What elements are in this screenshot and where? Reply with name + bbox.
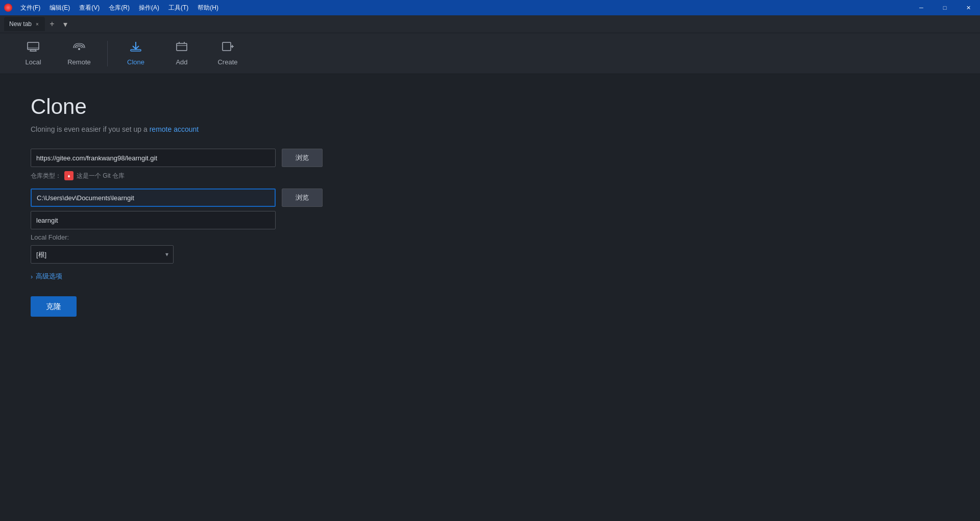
new-tab-button[interactable]: + [45,17,59,31]
svg-rect-6 [177,43,187,51]
remote-account-link[interactable]: remote account [150,125,199,133]
main-content: Clone Cloning is even easier if you set … [0,74,980,337]
toolbar-local[interactable]: Local [10,36,56,72]
path-input[interactable] [31,188,276,207]
page-subtitle: Cloning is even easier if you set up a r… [31,125,949,133]
titlebar-left: 文件(F) 编辑(E) 查看(V) 仓库(R) 操作(A) 工具(T) 帮助(H… [4,2,223,14]
toolbar-remote-label: Remote [67,58,91,66]
menu-file[interactable]: 文件(F) [16,2,44,14]
local-folder-select[interactable]: [根] [31,245,174,264]
toolbar-add-label: Add [176,58,187,66]
minimize-button[interactable]: ─ [910,0,933,15]
menu-help[interactable]: 帮助(H) [193,2,223,14]
svg-rect-0 [28,42,39,50]
close-button[interactable]: ✕ [957,0,980,15]
toolbar-create[interactable]: Create [205,36,251,72]
remote-icon [72,41,86,55]
add-icon [175,41,188,55]
tab-close-button[interactable]: × [35,20,40,28]
menu-tools[interactable]: 工具(T) [164,2,192,14]
browse-url-button[interactable]: 浏览 [282,149,323,167]
repo-name-input[interactable] [31,211,276,229]
toolbar: Local Remote Clone [0,33,980,74]
toolbar-divider [107,41,108,66]
app-icon [4,4,12,12]
advanced-label: 高级选项 [36,272,62,281]
local-icon [27,41,40,55]
chevron-right-icon: › [31,273,33,280]
maximize-button[interactable]: □ [933,0,957,15]
advanced-options-toggle[interactable]: › 高级选项 [31,272,62,281]
tab-dropdown-button[interactable]: ▾ [59,18,71,30]
local-folder-select-wrapper: [根] ▾ [31,245,174,264]
menu-edit[interactable]: 编辑(E) [45,2,74,14]
tab-label: New tab [9,20,32,28]
toolbar-create-label: Create [217,58,237,66]
toolbar-clone-label: Clone [127,58,144,66]
url-input[interactable] [31,149,276,167]
toolbar-add[interactable]: Add [159,36,205,72]
page-title: Clone [31,94,949,119]
create-icon [221,41,234,55]
toolbar-local-label: Local [25,58,41,66]
local-folder-label: Local Folder: [31,233,949,241]
svg-point-4 [78,48,80,50]
tabbar: New tab × + ▾ [0,15,980,33]
clone-icon [129,41,142,55]
toolbar-remote[interactable]: Remote [56,36,102,72]
toolbar-clone[interactable]: Clone [113,36,159,72]
menu-action[interactable]: 操作(A) [135,2,163,14]
svg-rect-5 [131,50,141,51]
menu-repo[interactable]: 仓库(R) [105,2,134,14]
repo-type-label: 仓库类型： [31,172,61,180]
browse-path-button[interactable]: 浏览 [282,188,323,207]
subtitle-text: Cloning is even easier if you set up a [31,125,148,133]
menu-view[interactable]: 查看(V) [75,2,104,14]
name-row [31,211,949,229]
repo-type-text: 这是一个 Git 仓库 [77,172,125,180]
titlebar-controls: ─ □ ✕ [910,0,980,15]
svg-rect-7 [223,42,231,51]
path-row: 浏览 [31,188,949,207]
git-badge-icon: ♦ [64,171,74,180]
clone-button[interactable]: 克隆 [31,296,77,317]
titlebar: 文件(F) 编辑(E) 查看(V) 仓库(R) 操作(A) 工具(T) 帮助(H… [0,0,980,15]
url-row: 浏览 [31,149,949,167]
active-tab[interactable]: New tab × [4,17,45,31]
repo-type-row: 仓库类型： ♦ 这是一个 Git 仓库 [31,171,949,180]
menu-bar: 文件(F) 编辑(E) 查看(V) 仓库(R) 操作(A) 工具(T) 帮助(H… [16,2,223,14]
